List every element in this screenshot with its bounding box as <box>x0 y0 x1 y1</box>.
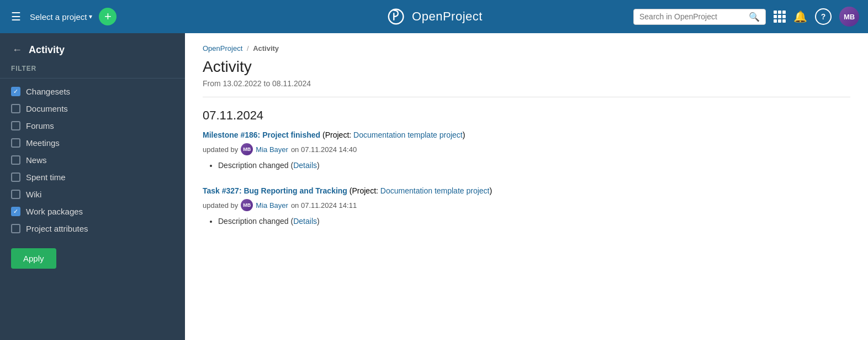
activity-project-link[interactable]: Documentation template project <box>353 130 463 139</box>
add-project-button[interactable]: + <box>99 8 117 25</box>
filter-label-wiki: Wiki <box>26 190 41 199</box>
filter-label-meetings: Meetings <box>26 138 60 148</box>
filter-label: FILTER <box>0 65 185 79</box>
main-layout: ← Activity FILTER ChangesetsDocumentsFor… <box>0 33 868 340</box>
activity-user-link[interactable]: Mia Bayer <box>256 201 288 210</box>
activity-title-link[interactable]: Task #327: Bug Reporting and Tracking <box>203 186 347 195</box>
filter-checkbox-spent-time[interactable] <box>11 172 20 182</box>
breadcrumb-separator: / <box>247 44 249 53</box>
activity-change-item: Description changed (Details) <box>218 217 850 226</box>
help-icon[interactable]: ? <box>815 8 832 25</box>
filter-checkbox-news[interactable] <box>11 155 20 165</box>
filter-checkbox-project-attributes[interactable] <box>11 224 20 233</box>
activity-changes-list: Description changed (Details) <box>203 161 850 170</box>
activity-change-item: Description changed (Details) <box>218 161 850 170</box>
project-select[interactable]: Select a project ▾ <box>30 12 92 22</box>
filter-item-spent-time[interactable]: Spent time <box>0 169 185 186</box>
activity-item: Task #327: Bug Reporting and Tracking (P… <box>203 185 850 226</box>
filter-checkbox-documents[interactable] <box>11 104 20 113</box>
filter-item-changesets[interactable]: Changesets <box>0 83 185 100</box>
filter-item-meetings[interactable]: Meetings <box>0 134 185 151</box>
activity-user-avatar: MB <box>241 143 253 155</box>
filter-checkbox-forums[interactable] <box>11 121 20 130</box>
activity-groups: 07.11.2024Milestone #186: Project finish… <box>203 108 850 226</box>
filter-checkbox-meetings[interactable] <box>11 138 20 148</box>
page-title: Activity <box>203 58 850 76</box>
filter-item-documents[interactable]: Documents <box>0 100 185 117</box>
activity-meta: updated by MBMia Bayer on 07.11.2024 14:… <box>203 143 850 155</box>
filter-item-forums[interactable]: Forums <box>0 117 185 134</box>
filter-list: ChangesetsDocumentsForumsMeetingsNewsSpe… <box>0 83 185 237</box>
notifications-bell-icon[interactable]: 🔔 <box>793 10 807 23</box>
sidebar-header: ← Activity <box>0 33 185 65</box>
filter-label-documents: Documents <box>26 104 68 113</box>
activity-project-link[interactable]: Documentation template project <box>380 186 490 195</box>
app-logo: OpenProject <box>385 6 483 27</box>
filter-checkbox-wiki[interactable] <box>11 190 20 199</box>
activity-item: Milestone #186: Project finished (Projec… <box>203 129 850 170</box>
filter-label-work-packages: Work packages <box>26 207 83 216</box>
apply-button[interactable]: Apply <box>11 248 56 269</box>
filter-label-project-attributes: Project attributes <box>26 224 88 233</box>
breadcrumb-parent-link[interactable]: OpenProject <box>203 44 242 53</box>
nav-right-actions: 🔍 🔔 ? MB <box>633 7 859 27</box>
breadcrumb: OpenProject / Activity <box>203 44 850 53</box>
search-input[interactable] <box>639 12 745 21</box>
filter-checkbox-work-packages[interactable] <box>11 207 20 216</box>
activity-detail-link[interactable]: Details <box>293 217 317 226</box>
search-icon: 🔍 <box>749 12 760 22</box>
filter-label-forums: Forums <box>26 121 54 130</box>
activity-user-link[interactable]: Mia Bayer <box>256 145 288 154</box>
activity-date-header: 07.11.2024 <box>203 108 850 123</box>
main-content: OpenProject / Activity Activity From 13.… <box>185 33 868 340</box>
activity-detail-link[interactable]: Details <box>293 161 317 170</box>
filter-checkbox-changesets[interactable] <box>11 87 20 96</box>
activity-changes-list: Description changed (Details) <box>203 217 850 226</box>
search-bar[interactable]: 🔍 <box>633 9 766 25</box>
activity-item-title: Milestone #186: Project finished (Projec… <box>203 129 850 141</box>
avatar[interactable]: MB <box>839 7 859 27</box>
chevron-down-icon: ▾ <box>89 13 92 20</box>
filter-label-news: News <box>26 155 47 165</box>
sidebar-back-button[interactable]: ← <box>11 43 23 57</box>
activity-title-link[interactable]: Milestone #186: Project finished <box>203 130 320 139</box>
grid-modules-icon[interactable] <box>774 11 786 23</box>
breadcrumb-current: Activity <box>253 44 279 53</box>
hamburger-icon[interactable]: ☰ <box>9 8 23 25</box>
filter-item-project-attributes[interactable]: Project attributes <box>0 220 185 237</box>
top-navigation: ☰ Select a project ▾ + OpenProject 🔍 🔔 ?… <box>0 0 868 33</box>
date-range: From 13.02.2022 to 08.11.2024 <box>203 79 850 97</box>
activity-user-avatar: MB <box>241 199 253 211</box>
filter-label-changesets: Changesets <box>26 87 70 96</box>
filter-item-wiki[interactable]: Wiki <box>0 186 185 203</box>
filter-item-work-packages[interactable]: Work packages <box>0 203 185 220</box>
sidebar-title: Activity <box>29 44 65 56</box>
activity-meta: updated by MBMia Bayer on 07.11.2024 14:… <box>203 199 850 211</box>
activity-item-title: Task #327: Bug Reporting and Tracking (P… <box>203 185 850 197</box>
filter-item-news[interactable]: News <box>0 151 185 169</box>
sidebar: ← Activity FILTER ChangesetsDocumentsFor… <box>0 33 185 340</box>
filter-label-spent-time: Spent time <box>26 172 66 182</box>
